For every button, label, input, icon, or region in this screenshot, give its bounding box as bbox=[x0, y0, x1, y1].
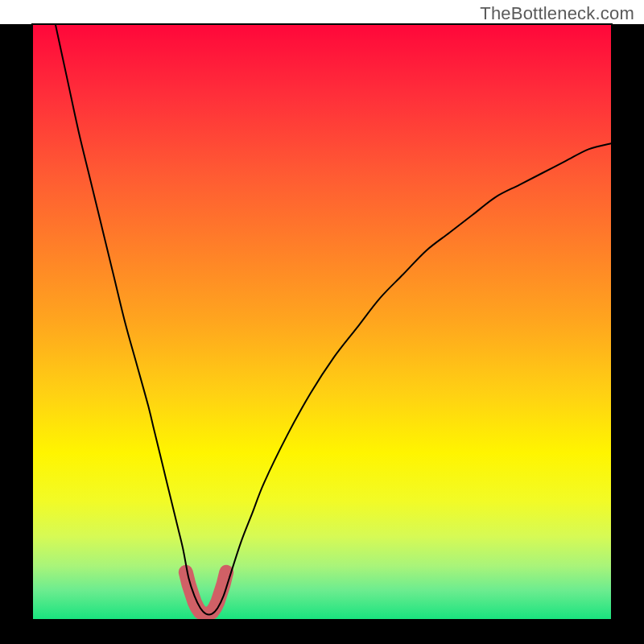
chart-svg bbox=[0, 0, 644, 644]
attribution-text: TheBottleneck.com bbox=[480, 3, 634, 24]
outer-border-left bbox=[0, 24, 32, 644]
plot-background bbox=[32, 24, 612, 620]
bottleneck-chart bbox=[0, 0, 644, 644]
outer-border-right bbox=[612, 24, 644, 644]
outer-border-bottom bbox=[0, 620, 644, 644]
